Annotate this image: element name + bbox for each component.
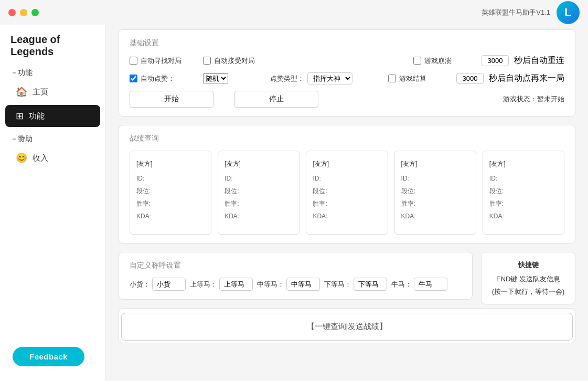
auto-find-checkbox[interactable] (130, 57, 137, 65)
nick-label-4: 下等马： (324, 280, 351, 289)
game-status: 游戏状态：暂未开始 (503, 94, 564, 104)
nick-pair-4: 下等马： (324, 278, 387, 291)
team-tag-2: [友方] (224, 157, 293, 170)
nick-label-2: 上等马： (190, 280, 217, 289)
like-type-select[interactable]: 指挥大神 超神 MVP (307, 72, 352, 84)
shortcut-line2: (按一下就行，等待一会) (490, 285, 566, 298)
records-grid: [友方] ID: 段位: 胜率: KDA: [友方] ID: 段位: 胜率: K… (130, 151, 564, 235)
title-bar: 英雄联盟牛马助手V1.1 L (0, 0, 588, 25)
kda-field-3: KDA: (313, 210, 381, 223)
sidebar-item-function-label: 功能 (29, 111, 45, 121)
winrate-field-5: 胜率: (489, 197, 558, 210)
sidebar-section-sponsor: －赞助 (0, 128, 105, 146)
team-tag-5: [友方] (489, 157, 558, 170)
basic-settings-title: 基础设置 (130, 38, 564, 48)
sidebar-item-function[interactable]: ⊞ 功能 (5, 105, 100, 127)
record-card-5: [友方] ID: 段位: 胜率: KDA: (483, 151, 564, 235)
winrate-field-1: 胜率: (136, 197, 205, 210)
game-crash-input[interactable] (482, 55, 509, 66)
game-end-label[interactable]: 游戏结算 (388, 74, 451, 83)
game-crash-label[interactable]: 游戏崩溃 (413, 56, 476, 66)
sidebar-item-home[interactable]: 🏠 主页 (5, 81, 100, 103)
kda-field-2: KDA: (224, 210, 293, 223)
game-crash-checkbox[interactable] (413, 57, 421, 65)
nick-label-5: 牛马： (391, 280, 412, 289)
nick-input-3[interactable] (286, 278, 320, 291)
sidebar-item-home-label: 主页 (33, 87, 48, 97)
battle-query-card: 战绩查询 [友方] ID: 段位: 胜率: KDA: [友方] ID: 段位: … (119, 125, 575, 244)
id-field-4: ID: (401, 172, 469, 185)
sidebar-section-function: －功能 (0, 62, 105, 80)
feedback-button[interactable]: Feedback (13, 347, 84, 366)
shortcut-title: 快捷键 (490, 259, 566, 271)
rank-field-4: 段位: (401, 185, 469, 197)
nickname-settings-title: 自定义称呼设置 (130, 261, 462, 270)
settings-row-2: 自动点赞： 随机 全部 无 点赞类型： 指挥大神 超神 MVP (130, 72, 564, 84)
stop-button[interactable]: 停止 (234, 91, 318, 108)
shortcut-line1: END键 发送队友信息 (490, 273, 566, 285)
rank-field-2: 段位: (224, 185, 293, 197)
nick-input-4[interactable] (354, 278, 387, 291)
team-tag-1: [友方] (136, 157, 205, 170)
nickname-settings-card: 自定义称呼设置 小货： 上等马： 中等马： 下等马： (119, 252, 473, 300)
winrate-field-3: 胜率: (313, 197, 381, 210)
app-logo: L (557, 1, 580, 24)
rank-field-5: 段位: (489, 185, 558, 197)
nick-pair-1: 小货： (130, 278, 186, 291)
sidebar-item-income[interactable]: 😊 收入 (5, 147, 100, 169)
query-btn-card: 【一键查询|发送战绩】 (119, 308, 575, 343)
winrate-field-4: 胜率: (401, 197, 469, 210)
traffic-lights (8, 9, 39, 16)
auto-find-label[interactable]: 自动寻找对局 (130, 56, 193, 66)
team-tag-3: [友方] (313, 157, 381, 170)
nick-input-2[interactable] (219, 278, 253, 291)
id-field-3: ID: (313, 172, 381, 185)
nick-input-1[interactable] (152, 278, 186, 291)
function-icon: ⊞ (16, 110, 24, 122)
id-field-5: ID: (489, 172, 558, 185)
bottom-row: 自定义称呼设置 小货： 上等马： 中等马： 下等马： (119, 252, 575, 308)
nick-pair-2: 上等马： (190, 278, 253, 291)
record-card-3: [友方] ID: 段位: 胜率: KDA: (306, 151, 388, 235)
settings-row-3: 开始 停止 游戏状态：暂未开始 (130, 91, 564, 108)
id-field-2: ID: (224, 172, 293, 185)
record-card-1: [友方] ID: 段位: 胜率: KDA: (130, 151, 211, 235)
nick-label-1: 小货： (130, 280, 150, 289)
team-tag-4: [友方] (401, 157, 469, 170)
close-button[interactable] (8, 9, 16, 16)
rank-field-3: 段位: (313, 185, 381, 197)
auto-accept-checkbox[interactable] (203, 57, 211, 65)
query-send-button[interactable]: 【一键查询|发送战绩】 (121, 313, 573, 341)
auto-like-checkbox[interactable] (130, 75, 137, 82)
winrate-field-2: 胜率: (224, 197, 293, 210)
nick-pair-5: 牛马： (391, 278, 447, 291)
auto-like-label[interactable]: 自动点赞： (130, 74, 193, 83)
like-type-setting: 点赞类型： 指挥大神 超神 MVP (270, 72, 352, 84)
maximize-button[interactable] (31, 9, 39, 16)
sidebar-item-income-label: 收入 (33, 153, 48, 163)
kda-field-4: KDA: (401, 210, 469, 223)
shortcut-box: 快捷键 END键 发送队友信息 (按一下就行，等待一会) (481, 252, 575, 304)
record-card-2: [友方] ID: 段位: 胜率: KDA: (218, 151, 300, 235)
game-end-setting: 游戏结算 秒后自动点再来一局 (388, 73, 564, 84)
settings-row-1: 自动寻找对局 自动接受对局 游戏崩溃 秒后自动重连 (130, 55, 564, 66)
auto-accept-label[interactable]: 自动接受对局 (203, 56, 266, 66)
game-end-checkbox[interactable] (388, 75, 396, 82)
app-title-text: 英雄联盟牛马助手V1.1 (482, 8, 550, 17)
app-title-area: 英雄联盟牛马助手V1.1 L (482, 1, 580, 24)
kda-field-1: KDA: (136, 210, 205, 223)
record-card-4: [友方] ID: 段位: 胜率: KDA: (394, 151, 476, 235)
auto-like-select[interactable]: 随机 全部 无 (203, 73, 228, 83)
start-button[interactable]: 开始 (130, 91, 213, 108)
settings-grid: 自动寻找对局 自动接受对局 游戏崩溃 秒后自动重连 (130, 55, 564, 108)
home-icon: 🏠 (16, 86, 27, 98)
nick-input-5[interactable] (414, 278, 447, 291)
minimize-button[interactable] (20, 9, 27, 16)
kda-field-5: KDA: (489, 210, 558, 223)
id-field-1: ID: (136, 172, 205, 185)
nick-label-3: 中等马： (257, 280, 284, 289)
crash-setting: 游戏崩溃 秒后自动重连 (413, 55, 564, 66)
game-crash-suffix: 秒后自动重连 (514, 55, 564, 66)
game-end-input[interactable] (456, 73, 484, 84)
basic-settings-card: 基础设置 自动寻找对局 自动接受对局 游戏崩溃 秒 (119, 29, 575, 117)
